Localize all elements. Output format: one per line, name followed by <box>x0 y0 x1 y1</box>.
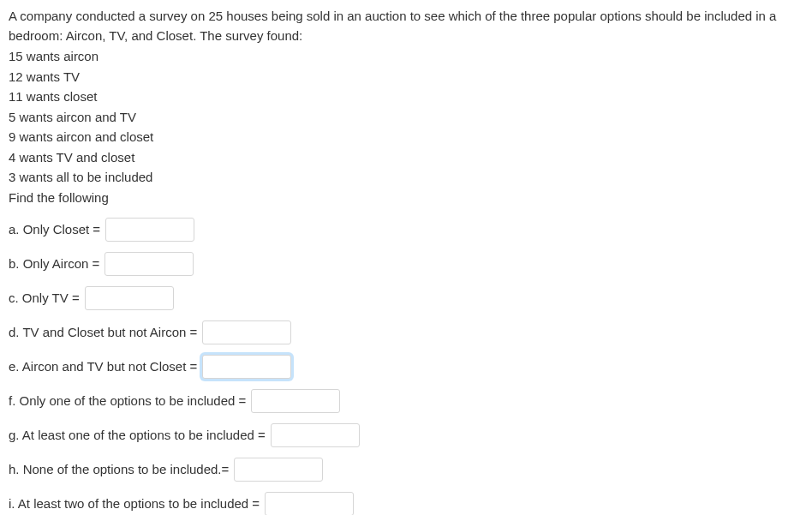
label-h: h. None of the options to be included.= <box>9 460 229 480</box>
input-c[interactable] <box>85 286 174 310</box>
label-d: d. TV and Closet but not Aircon = <box>9 323 197 343</box>
survey-line-5: 9 wants aircon and closet <box>9 128 803 147</box>
question-h: h. None of the options to be included.= <box>9 458 803 482</box>
label-a: a. Only Closet = <box>9 220 100 240</box>
label-g: g. At least one of the options to be inc… <box>9 426 266 446</box>
survey-line-7: 3 wants all to be included <box>9 168 803 188</box>
survey-line-2: 12 wants TV <box>9 68 803 87</box>
label-c: c. Only TV = <box>9 289 80 308</box>
question-d: d. TV and Closet but not Aircon = <box>9 320 803 344</box>
label-e: e. Aircon and TV but not Closet = <box>9 357 197 377</box>
label-f: f. Only one of the options to be include… <box>9 392 246 411</box>
label-i: i. At least two of the options to be inc… <box>9 494 260 514</box>
question-b: b. Only Aircon = <box>9 252 803 276</box>
input-h[interactable] <box>234 458 323 482</box>
survey-line-3: 11 wants closet <box>9 87 803 107</box>
input-i[interactable] <box>265 492 354 515</box>
input-a[interactable] <box>105 218 194 242</box>
question-g: g. At least one of the options to be inc… <box>9 423 803 447</box>
input-d[interactable] <box>202 320 291 344</box>
input-e[interactable] <box>202 355 291 379</box>
question-intro: A company conducted a survey on 25 house… <box>9 7 803 45</box>
survey-line-1: 15 wants aircon <box>9 47 803 67</box>
question-a: a. Only Closet = <box>9 218 803 242</box>
input-f[interactable] <box>251 389 340 413</box>
input-b[interactable] <box>104 252 194 276</box>
question-e: e. Aircon and TV but not Closet = <box>9 355 803 379</box>
question-c: c. Only TV = <box>9 286 803 310</box>
survey-line-6: 4 wants TV and closet <box>9 148 803 168</box>
find-following: Find the following <box>9 189 803 208</box>
survey-line-4: 5 wants aircon and TV <box>9 108 803 128</box>
input-g[interactable] <box>271 423 360 447</box>
label-b: b. Only Aircon = <box>9 255 99 274</box>
question-i: i. At least two of the options to be inc… <box>9 492 803 515</box>
question-f: f. Only one of the options to be include… <box>9 389 803 413</box>
